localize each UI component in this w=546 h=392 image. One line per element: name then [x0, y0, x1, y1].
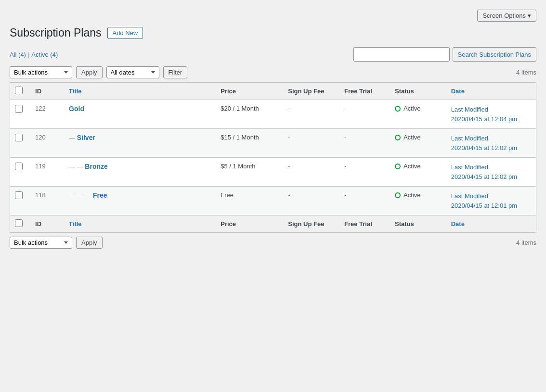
row-checkbox-1[interactable]: [15, 134, 23, 141]
subscription-plans-table: ID Title Price Sign Up Fee Free Trial St…: [10, 82, 536, 233]
row-date: Last Modified2020/04/15 at 12:02 pm: [446, 158, 536, 187]
row-price: $15 / 1 Month: [216, 129, 283, 158]
date-text: Last Modified2020/04/15 at 12:01 pm: [451, 192, 517, 209]
row-id: 122: [30, 100, 64, 129]
title-column-header: Title: [64, 83, 216, 100]
apply-button-bottom[interactable]: Apply: [76, 237, 103, 249]
plan-title-link-1[interactable]: Silver: [77, 134, 95, 141]
price-column-header: Price: [216, 83, 283, 100]
date-footer-sort-link[interactable]: Date: [451, 220, 465, 228]
table-row: 119— — Bronze$5 / 1 Month--ActiveLast Mo…: [10, 158, 536, 187]
view-links: All (4) | Active (4): [10, 51, 58, 58]
select-all-footer-column: [10, 215, 31, 233]
screen-options-button[interactable]: Screen Options ▾: [477, 10, 536, 22]
screen-options-label: Screen Options: [482, 12, 526, 19]
row-id: 120: [30, 129, 64, 158]
plan-title-link-0[interactable]: Gold: [69, 105, 84, 113]
status-label: Active: [403, 105, 420, 112]
status-label: Active: [403, 163, 420, 170]
table-row: 120— Silver$15 / 1 Month--ActiveLast Mod…: [10, 129, 536, 158]
status-column-header: Status: [390, 83, 446, 100]
apply-button-top[interactable]: Apply: [76, 66, 103, 78]
bulk-actions-select-bottom[interactable]: Bulk actions: [10, 237, 72, 249]
status-dot: [395, 164, 401, 169]
item-count-bottom: 4 items: [516, 239, 536, 246]
search-box: Search Subscription Plans: [353, 47, 536, 62]
plan-title-link-2[interactable]: Bronze: [85, 163, 107, 170]
row-checkbox-3[interactable]: [15, 191, 23, 199]
plan-title-link-3[interactable]: Free: [93, 191, 107, 199]
chevron-icon: ▾: [528, 12, 531, 19]
title-footer-column: Title: [64, 215, 216, 233]
date-sort-link[interactable]: Date: [451, 88, 465, 95]
row-signup-fee: -: [283, 129, 339, 158]
row-free-trial: -: [339, 129, 390, 158]
add-new-button[interactable]: Add New: [107, 27, 143, 39]
table-header-row: ID Title Price Sign Up Fee Free Trial St…: [10, 83, 536, 100]
id-column-header: ID: [30, 83, 64, 100]
title-footer-sort-link[interactable]: Title: [69, 220, 82, 228]
signup-fee-footer-column: Sign Up Fee: [283, 215, 339, 233]
row-title: — Silver: [64, 129, 216, 158]
view-all-link[interactable]: All (4): [10, 51, 26, 58]
date-text: Last Modified2020/04/15 at 12:04 pm: [451, 106, 517, 123]
page-title: Subscription Plans: [10, 26, 102, 39]
item-count-top: 4 items: [516, 69, 536, 76]
title-sort-link[interactable]: Title: [69, 88, 82, 95]
row-checkbox-2[interactable]: [15, 163, 23, 170]
row-price: Free: [216, 187, 283, 215]
subheader: All (4) | Active (4) Search Subscription…: [10, 47, 536, 62]
row-price: $20 / 1 Month: [216, 100, 283, 129]
bulk-actions-select-top[interactable]: Bulk actions: [10, 66, 72, 78]
price-footer-column: Price: [216, 215, 283, 233]
table-row: 122Gold$20 / 1 Month--ActiveLast Modifie…: [10, 100, 536, 129]
status-dot: [395, 135, 401, 140]
status-footer-column: Status: [390, 215, 446, 233]
select-all-checkbox[interactable]: [15, 87, 23, 94]
row-signup-fee: -: [283, 158, 339, 187]
row-checkbox-0[interactable]: [15, 105, 23, 113]
dates-select-top[interactable]: All dates: [106, 66, 159, 78]
row-status: Active: [390, 187, 446, 215]
select-all-column: [10, 83, 31, 100]
signup-fee-column-header: Sign Up Fee: [283, 83, 339, 100]
row-id: 119: [30, 158, 64, 187]
status-dot: [395, 192, 401, 198]
row-status: Active: [390, 129, 446, 158]
bottom-toolbar: Bulk actions Apply 4 items: [10, 237, 536, 249]
row-status: Active: [390, 100, 446, 129]
row-status: Active: [390, 158, 446, 187]
row-signup-fee: -: [283, 187, 339, 215]
free-trial-column-header: Free Trial: [339, 83, 390, 100]
date-footer-column: Date: [446, 215, 536, 233]
row-free-trial: -: [339, 187, 390, 215]
row-title: — — Bronze: [64, 158, 216, 187]
separator: |: [28, 51, 29, 58]
select-all-footer-checkbox[interactable]: [15, 219, 23, 227]
filter-button[interactable]: Filter: [163, 66, 188, 78]
search-button[interactable]: Search Subscription Plans: [453, 47, 536, 62]
status-label: Active: [403, 191, 420, 199]
row-id: 118: [30, 187, 64, 215]
status-label: Active: [403, 134, 420, 141]
id-footer-column: ID: [30, 215, 64, 233]
row-price: $5 / 1 Month: [216, 158, 283, 187]
date-column-header: Date: [446, 83, 536, 100]
row-title: Gold: [64, 100, 216, 129]
row-free-trial: -: [339, 158, 390, 187]
row-title: — — — Free: [64, 187, 216, 215]
table-footer-row: ID Title Price Sign Up Fee Free Trial St…: [10, 215, 536, 233]
row-date: Last Modified2020/04/15 at 12:04 pm: [446, 100, 536, 129]
status-dot: [395, 106, 401, 112]
row-date: Last Modified2020/04/15 at 12:02 pm: [446, 129, 536, 158]
row-date: Last Modified2020/04/15 at 12:01 pm: [446, 187, 536, 215]
date-text: Last Modified2020/04/15 at 12:02 pm: [451, 164, 517, 180]
row-free-trial: -: [339, 100, 390, 129]
search-input[interactable]: [353, 47, 450, 62]
top-toolbar: Bulk actions Apply All dates Filter 4 it…: [10, 66, 536, 78]
row-signup-fee: -: [283, 100, 339, 129]
table-row: 118— — — FreeFree--ActiveLast Modified20…: [10, 187, 536, 215]
free-trial-footer-column: Free Trial: [339, 215, 390, 233]
view-active-link[interactable]: Active (4): [31, 51, 58, 58]
top-bar: Screen Options ▾: [10, 10, 536, 22]
